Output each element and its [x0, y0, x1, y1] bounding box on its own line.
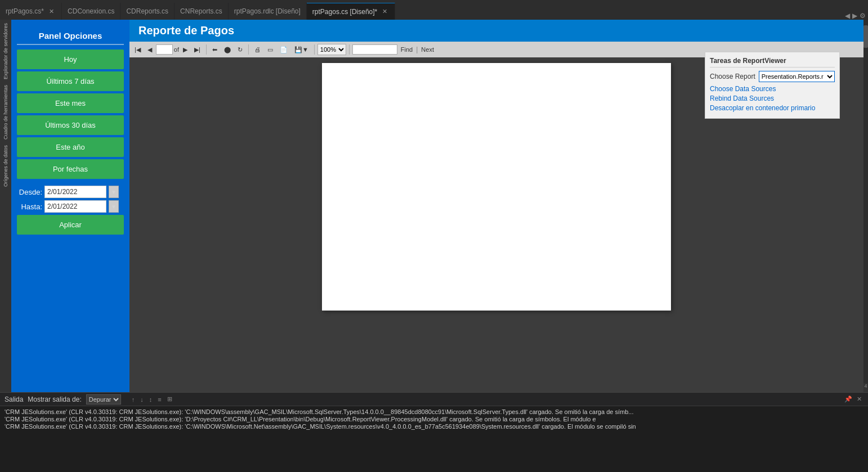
tab-cnreports[interactable]: CNReports.cs [175, 3, 229, 20]
report-title: Reporte de Pagos [129, 20, 863, 42]
btn-este-mes[interactable]: Este mes [17, 93, 124, 113]
next-btn[interactable]: Next [419, 46, 436, 53]
output-pin-btn[interactable]: 📌 [843, 395, 854, 403]
page-setup-btn[interactable]: 📄 [277, 44, 290, 55]
nav-prev-btn[interactable]: ◀ [145, 44, 155, 55]
tab-icons-right: ◀ ▶ ⚙ [845, 12, 868, 20]
rebind-data-sources-link[interactable]: Rebind Data Sources [710, 95, 835, 102]
panel-opciones: Panel Opciones Hoy Úiltimos 7 días Este … [11, 20, 129, 392]
tab-label: CDReports.cs [126, 7, 168, 15]
export-btn[interactable]: 💾▼ [292, 44, 311, 55]
nav-first-btn[interactable]: |◀ [132, 44, 144, 55]
output-header: Salida Mostrar salida de: Depurar ↑ ↓ ↕ … [0, 393, 868, 406]
tab-rptpagos-cs[interactable]: rptPagos.cs* ✕ [0, 3, 62, 20]
tab-label: rptPagos.cs [Diseño]* [312, 8, 377, 16]
main-container: Explorador de servidores Cuadro de herra… [0, 20, 868, 392]
output-btn-5[interactable]: ⊞ [165, 395, 174, 403]
btn-7days[interactable]: Úiltimos 7 días [17, 71, 124, 91]
tab-rptpagos-disenio[interactable]: rptPagos.cs [Diseño]* ✕ [307, 3, 395, 20]
tab-rptpagos-rdlc[interactable]: rptPagos.rdlc [Diseño] [229, 3, 307, 20]
output-toolbar: ↑ ↓ ↕ ≡ ⊞ [130, 395, 174, 403]
sidebar-item-toolbox[interactable]: Cuadro de herramientas [3, 83, 8, 142]
find-input[interactable] [352, 44, 397, 55]
desde-input[interactable] [44, 186, 106, 198]
output-btn-1[interactable]: ↑ [130, 395, 137, 403]
output-line-3: 'CRM JESolutions.exe' (CLR v4.0.30319: C… [5, 423, 863, 430]
mostrar-select[interactable]: Depurar [86, 394, 121, 404]
output-close-btn[interactable]: ✕ [855, 395, 863, 403]
sep2 [248, 44, 249, 55]
tab-label: rptPagos.cs* [6, 7, 44, 15]
output-line-1: 'CRM JESolutions.exe' (CLR v4.0.30319: C… [5, 408, 863, 415]
choose-report-row: Choose Report Presentation.Reports.r [710, 71, 835, 82]
mostrar-label: Mostrar salida de: [28, 395, 81, 403]
stop-btn[interactable]: ⬤ [221, 44, 234, 55]
btn-aplicar[interactable]: Aplicar [17, 215, 124, 235]
output-panel: Salida Mostrar salida de: Depurar ↑ ↓ ↕ … [0, 392, 868, 460]
desde-calendar-btn[interactable]: ▼ [109, 186, 119, 198]
refresh-btn[interactable]: ↻ [235, 44, 245, 55]
nav-back-btn[interactable]: ⬅ [209, 44, 220, 55]
page-number-input[interactable] [156, 44, 173, 55]
panel-title: Panel Opciones [17, 25, 124, 45]
btn-30days[interactable]: Últimos 30 días [17, 115, 124, 135]
tab-label: CNReports.cs [180, 7, 222, 15]
nav-next-btn[interactable]: ▶ [180, 44, 190, 55]
desde-label: Desde: [17, 188, 42, 196]
tab-close[interactable]: ✕ [47, 7, 56, 16]
left-sidebar: Explorador de servidores Cuadro de herra… [0, 20, 11, 392]
nav-last-btn[interactable]: ▶| [191, 44, 203, 55]
output-title: Salida [5, 395, 23, 403]
tabs-bar: rptPagos.cs* ✕ CDConexion.cs CDReports.c… [0, 0, 868, 20]
hasta-input[interactable] [44, 200, 106, 213]
output-icons-right: 📌 ✕ [843, 395, 863, 403]
sep4 [349, 44, 350, 55]
sep3 [314, 44, 315, 55]
desde-row: Desde: ▼ [17, 186, 124, 198]
tasks-title: Tareas de ReportViewer [710, 57, 835, 68]
right-scrollbar: 4 [863, 20, 868, 392]
print-btn[interactable]: 🖨 [252, 44, 263, 55]
of-label: of [174, 46, 179, 53]
hasta-calendar-btn[interactable]: ▼ [109, 200, 119, 213]
zoom-select[interactable]: 100% 75% 50% 150% [317, 44, 346, 55]
scrollbar-thumb[interactable] [863, 25, 868, 48]
find-btn[interactable]: Find [399, 46, 415, 53]
tab-scroll-right-icon[interactable]: ▶ [852, 12, 857, 20]
output-content: 'CRM JESolutions.exe' (CLR v4.0.30319: C… [0, 406, 868, 460]
btn-este-anio[interactable]: Este año [17, 137, 124, 157]
output-btn-3[interactable]: ↕ [147, 395, 154, 403]
sidebar-item-servers[interactable]: Explorador de servidores [3, 21, 8, 82]
desacoplar-link[interactable]: Desacoplar en contenedor primario [710, 104, 835, 112]
tab-cdreports[interactable]: CDReports.cs [120, 3, 175, 20]
hasta-label: Hasta: [17, 203, 42, 211]
choose-report-label: Choose Report [710, 73, 755, 80]
right-sidebar-indicator[interactable]: 4 [863, 383, 868, 392]
choose-report-select[interactable]: Presentation.Reports.r [759, 71, 835, 82]
tasks-panel: Tareas de ReportViewer Choose Report Pre… [705, 52, 840, 119]
output-btn-2[interactable]: ↓ [138, 395, 145, 403]
settings-icon[interactable]: ⚙ [860, 12, 866, 20]
sep1 [206, 44, 207, 55]
output-btn-4[interactable]: ≡ [156, 395, 163, 403]
btn-por-fechas[interactable]: Por fechas [17, 159, 124, 179]
sidebar-item-data-sources[interactable]: Orígenes de datos [3, 143, 8, 189]
tab-label: CDConexion.cs [68, 7, 114, 15]
layout-btn[interactable]: ▭ [265, 44, 276, 55]
tab-scroll-left-icon[interactable]: ◀ [845, 12, 850, 20]
tab-label: rptPagos.rdlc [Diseño] [234, 7, 301, 15]
choose-data-sources-link[interactable]: Choose Data Sources [710, 85, 835, 93]
separator-pipe: | [416, 46, 418, 53]
output-line-2: 'CRM JESolutions.exe' (CLR v4.0.30319: C… [5, 416, 863, 422]
tab-cdconexion[interactable]: CDConexion.cs [62, 3, 120, 20]
btn-hoy[interactable]: Hoy [17, 50, 124, 69]
tab-close-active[interactable]: ✕ [381, 7, 389, 16]
report-page [322, 63, 671, 311]
hasta-row: Hasta: ▼ [17, 200, 124, 213]
